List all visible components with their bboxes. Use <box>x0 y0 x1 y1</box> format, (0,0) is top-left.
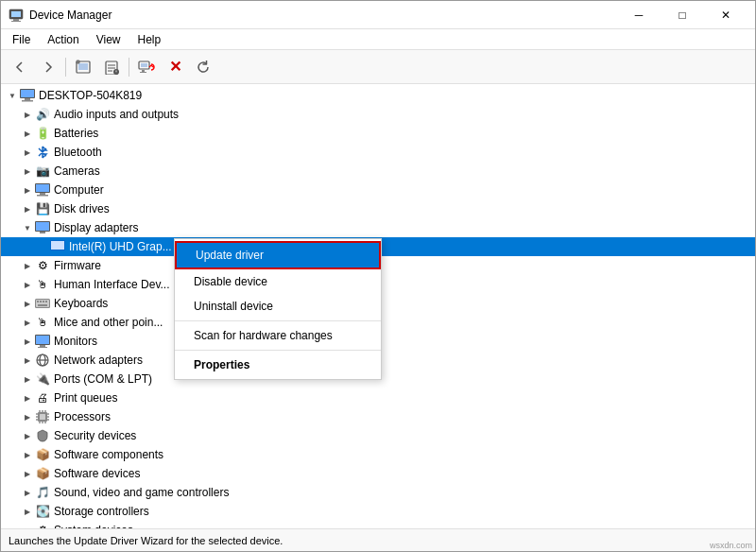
bluetooth-icon <box>35 145 50 160</box>
maximize-button[interactable]: □ <box>661 1 704 29</box>
hid-label: Human Interface Dev... <box>54 278 170 291</box>
ctx-separator-2 <box>175 350 381 351</box>
cameras-label: Cameras <box>54 164 100 178</box>
print-label: Print queues <box>54 391 117 405</box>
menu-action[interactable]: Action <box>40 31 86 48</box>
tree-item-processors[interactable]: ▶ Processors <box>1 407 755 426</box>
svg-rect-2 <box>13 19 19 21</box>
software-comp-arrow: ▶ <box>20 445 35 464</box>
bluetooth-arrow: ▶ <box>20 143 35 162</box>
sound-arrow: ▶ <box>20 483 35 502</box>
window-title: Device Manager <box>29 9 112 22</box>
tree-item-audio[interactable]: ▶ 🔊 Audio inputs and outputs <box>1 105 755 124</box>
svg-rect-15 <box>141 63 147 67</box>
ctx-disable-device[interactable]: Disable device <box>175 269 381 294</box>
svg-rect-23 <box>36 184 49 192</box>
mice-icon: 🖱 <box>35 315 50 330</box>
tree-item-storage[interactable]: ▶ 💽 Storage controllers <box>1 502 755 521</box>
mice-arrow: ▶ <box>20 313 35 332</box>
security-arrow: ▶ <box>20 426 35 445</box>
svg-rect-37 <box>38 304 47 306</box>
intel-label: Intel(R) UHD Grap... <box>69 240 172 253</box>
status-bar: Launches the Update Driver Wizard for th… <box>1 528 755 551</box>
tree-item-system[interactable]: ▶ ⚙ System devices <box>1 521 755 528</box>
properties-button[interactable] <box>98 55 125 79</box>
svg-rect-6 <box>77 60 79 63</box>
hid-arrow: ▶ <box>20 275 35 294</box>
tree-item-software-dev[interactable]: ▶ 📦 Software devices <box>1 464 755 483</box>
ports-arrow: ▶ <box>20 370 35 388</box>
system-icon: ⚙ <box>35 523 50 528</box>
software-comp-label: Software components <box>54 448 163 461</box>
menu-view[interactable]: View <box>89 31 129 48</box>
tree-item-print[interactable]: ▶ 🖨 Print queues <box>1 388 755 407</box>
svg-rect-27 <box>36 222 49 231</box>
svg-rect-39 <box>36 336 49 344</box>
show-hidden-button[interactable] <box>70 55 96 79</box>
title-bar: Device Manager ─ □ ✕ <box>1 1 755 29</box>
software-dev-icon: 📦 <box>35 466 50 481</box>
app-icon <box>9 8 24 23</box>
cameras-icon: 📷 <box>35 164 50 179</box>
toolbar: ✕ <box>1 50 755 84</box>
hid-icon: 🖱 <box>35 277 50 292</box>
cameras-arrow: ▶ <box>20 162 35 181</box>
refresh-button[interactable] <box>190 55 216 79</box>
sound-label: Sound, video and game controllers <box>54 486 229 499</box>
svg-rect-20 <box>25 98 30 100</box>
tree-item-security[interactable]: ▶ Security devices <box>1 426 755 445</box>
back-button[interactable] <box>7 55 33 79</box>
ctx-uninstall-device[interactable]: Uninstall device <box>175 294 381 319</box>
disk-icon: 💾 <box>35 201 50 216</box>
svg-rect-5 <box>78 63 88 70</box>
svg-rect-33 <box>37 301 39 302</box>
display-icon <box>35 220 50 235</box>
device-manager-window: Device Manager ─ □ ✕ File Action View He… <box>0 0 756 552</box>
menu-help[interactable]: Help <box>130 31 169 48</box>
root-arrow: ▼ <box>5 86 20 105</box>
tree-item-cameras[interactable]: ▶ 📷 Cameras <box>1 162 755 181</box>
security-icon <box>35 428 50 443</box>
root-label: DESKTOP-504K819 <box>39 89 142 102</box>
tree-item-batteries[interactable]: ▶ 🔋 Batteries <box>1 124 755 143</box>
svg-rect-35 <box>43 301 44 302</box>
ports-label: Ports (COM & LPT) <box>54 372 152 386</box>
bluetooth-label: Bluetooth <box>54 146 102 159</box>
tree-item-sound[interactable]: ▶ 🎵 Sound, video and game controllers <box>1 483 755 502</box>
disk-label: Disk drives <box>54 202 110 216</box>
software-dev-label: Software devices <box>54 467 140 480</box>
ctx-update-driver[interactable]: Update driver <box>175 241 381 269</box>
window-controls: ─ □ ✕ <box>617 1 747 29</box>
computer-icon <box>20 88 35 103</box>
software-dev-arrow: ▶ <box>20 464 35 483</box>
ctx-separator <box>175 320 381 321</box>
tree-item-software-comp[interactable]: ▶ 📦 Software components <box>1 445 755 464</box>
firmware-arrow: ▶ <box>20 256 35 275</box>
ctx-scan-hardware[interactable]: Scan for hardware changes <box>175 323 381 348</box>
security-label: Security devices <box>54 429 136 442</box>
tree-item-bluetooth[interactable]: ▶ Bluetooth <box>1 143 755 162</box>
menu-file[interactable]: File <box>5 31 38 48</box>
remove-button[interactable]: ✕ <box>162 55 188 79</box>
ports-icon: 🔌 <box>35 371 50 387</box>
minimize-button[interactable]: ─ <box>617 1 661 29</box>
svg-rect-17 <box>140 72 146 73</box>
main-content: ▼ DESKTOP-504K819 ▶ 🔊 Audio inputs and o… <box>1 84 755 528</box>
svg-rect-46 <box>40 414 45 420</box>
svg-rect-34 <box>40 301 42 302</box>
close-button[interactable]: ✕ <box>704 1 747 29</box>
print-arrow: ▶ <box>20 388 35 407</box>
computer-device-icon <box>35 182 50 198</box>
software-comp-icon: 📦 <box>35 447 50 462</box>
ctx-properties[interactable]: Properties <box>175 353 381 377</box>
tree-item-disk[interactable]: ▶ 💾 Disk drives <box>1 199 755 218</box>
audio-label: Audio inputs and outputs <box>54 108 179 121</box>
tree-root[interactable]: ▼ DESKTOP-504K819 <box>1 86 755 105</box>
processors-icon <box>35 409 50 424</box>
firmware-icon: ⚙ <box>35 258 50 273</box>
storage-arrow: ▶ <box>20 502 35 521</box>
tree-item-display[interactable]: ▼ Display adapters <box>1 218 755 237</box>
forward-button[interactable] <box>35 55 61 79</box>
scan-hardware-button[interactable] <box>133 55 160 79</box>
tree-item-computer[interactable]: ▶ Computer <box>1 181 755 199</box>
